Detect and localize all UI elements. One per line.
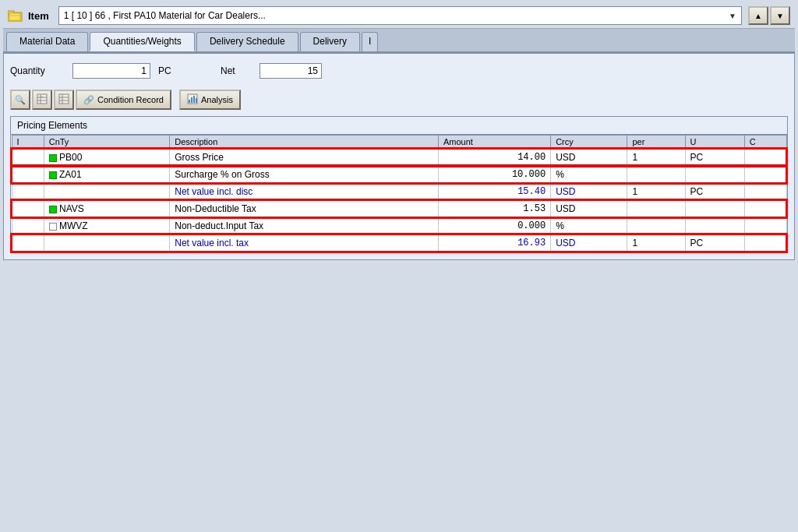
cell-Amount: 15.40 [438, 183, 550, 200]
tab-material-data[interactable]: Material Data [6, 32, 88, 51]
cell-U: PC [685, 149, 744, 166]
item-dropdown-value: 1 [ 10 ] 66 , First PA10 Material for Ca… [64, 10, 729, 21]
toolbar: 🔍 + [10, 90, 788, 110]
cell-I [12, 234, 44, 252]
col-header-I: I [12, 136, 44, 150]
cell-U [685, 200, 744, 217]
cell-per: 1 [627, 183, 685, 200]
svg-rect-17 [196, 98, 197, 103]
cell-I [12, 166, 44, 183]
cell-I [12, 149, 44, 166]
item-dropdown[interactable]: 1 [ 10 ] 66 , First PA10 Material for Ca… [58, 6, 742, 25]
cell-C [744, 166, 786, 183]
quantity-input[interactable] [72, 63, 150, 79]
svg-rect-9 [59, 94, 69, 104]
table-row[interactable]: Net value incl. disc 15.40 USD 1 PC [12, 183, 786, 200]
cell-Description: Surcharge % on Gross [170, 166, 439, 183]
window-title: Item [28, 10, 49, 22]
table-row[interactable]: Net value incl. tax 16.93 USD 1 PC [12, 234, 786, 252]
cell-CnTy: PB00 [44, 149, 170, 166]
dropdown-arrow-icon: ▼ [729, 12, 736, 20]
cell-C [744, 149, 786, 166]
cell-Description: Non-deduct.Input Tax [170, 217, 439, 234]
table-row[interactable]: MWVZ Non-deduct.Input Tax 0.000 % [12, 217, 786, 234]
tab-delivery-schedule[interactable]: Delivery Schedule [196, 32, 298, 51]
cell-per [627, 166, 685, 183]
cell-Crcy: USD [551, 234, 627, 252]
table-row[interactable]: PB00 Gross Price 14.00 USD 1 PC [12, 149, 786, 166]
cell-Crcy: % [551, 217, 627, 234]
condition-record-button[interactable]: 🔗 Condition Record [76, 90, 171, 110]
cell-Description: Non-Deductible Tax [170, 200, 439, 217]
cell-per [627, 200, 685, 217]
col-header-Amount: Amount [438, 136, 550, 150]
table-icon [58, 93, 69, 106]
tab-more[interactable]: I [362, 32, 378, 51]
cell-per: 1 [627, 149, 685, 166]
col-header-Crcy: Crcy [551, 136, 627, 150]
cell-Amount: 14.00 [438, 149, 550, 166]
table-row[interactable]: NAVS Non-Deductible Tax 1.53 USD [12, 200, 786, 217]
cell-CnTy: MWVZ [44, 217, 170, 234]
svg-rect-2 [9, 13, 20, 20]
cell-Amount: 10.000 [438, 166, 550, 183]
table-button[interactable] [54, 90, 74, 110]
pricing-title: Pricing Elements [11, 117, 787, 135]
nav-buttons: ▲ ▼ [748, 6, 790, 25]
tab-bar: Material Data Quantities/Weights Deliver… [3, 29, 795, 53]
nav-up-button[interactable]: ▲ [748, 6, 768, 25]
cell-I [12, 183, 44, 200]
folder-icon [8, 9, 23, 22]
tab-quantities-weights[interactable]: Quantities/Weights [90, 32, 195, 51]
quantity-row: Quantity PC Net [10, 60, 788, 82]
analysis-icon [187, 93, 198, 106]
cell-U [685, 217, 744, 234]
cell-I [12, 217, 44, 234]
analysis-button[interactable]: Analysis [179, 90, 241, 110]
cell-per: 1 [627, 234, 685, 252]
pricing-section: Pricing Elements I CnTy Description Amou… [10, 116, 788, 253]
net-input[interactable] [260, 63, 322, 79]
title-bar: Item 1 [ 10 ] 66 , First PA10 Material f… [3, 3, 795, 29]
cell-CnTy: ZA01 [44, 166, 170, 183]
analysis-label: Analysis [201, 95, 233, 104]
svg-rect-16 [193, 96, 195, 103]
tab-delivery[interactable]: Delivery [300, 32, 360, 51]
col-header-Description: Description [170, 136, 439, 150]
cell-CnTy [44, 234, 170, 252]
pricing-table: I CnTy Description Amount Crcy per U C P… [11, 135, 787, 252]
cell-U: PC [685, 234, 744, 252]
quantity-unit: PC [158, 65, 182, 76]
cell-C [744, 200, 786, 217]
cell-per [627, 217, 685, 234]
cell-Crcy: % [551, 166, 627, 183]
cell-Amount: 0.000 [438, 217, 550, 234]
svg-rect-15 [191, 97, 192, 103]
cell-Crcy: USD [551, 183, 627, 200]
cell-C [744, 217, 786, 234]
magnifier-button[interactable]: 🔍 [10, 90, 30, 110]
col-header-per: per [627, 136, 685, 150]
cell-Amount: 16.93 [438, 234, 550, 252]
quantity-label: Quantity [10, 65, 65, 76]
cell-Description: Net value incl. tax [170, 234, 439, 252]
cell-CnTy: NAVS [44, 200, 170, 217]
cell-CnTy [44, 183, 170, 200]
table-header-row: I CnTy Description Amount Crcy per U C [12, 136, 786, 150]
net-label: Net [221, 65, 252, 76]
content-area: Quantity PC Net 🔍 + [3, 53, 795, 260]
col-header-U: U [685, 136, 744, 150]
add-table-button[interactable]: + [32, 90, 52, 110]
nav-down-button[interactable]: ▼ [770, 6, 790, 25]
cell-Crcy: USD [551, 200, 627, 217]
add-table-icon: + [37, 93, 48, 106]
cell-U: PC [685, 183, 744, 200]
table-row[interactable]: ZA01 Surcharge % on Gross 10.000 % [12, 166, 786, 183]
cell-Description: Gross Price [170, 149, 439, 166]
condition-record-label: Condition Record [97, 95, 164, 104]
col-header-C: C [744, 136, 786, 150]
magnifier-icon: 🔍 [15, 95, 26, 105]
col-header-CnTy: CnTy [44, 136, 170, 150]
link-icon: 🔗 [83, 95, 94, 105]
cell-Description: Net value incl. disc [170, 183, 439, 200]
